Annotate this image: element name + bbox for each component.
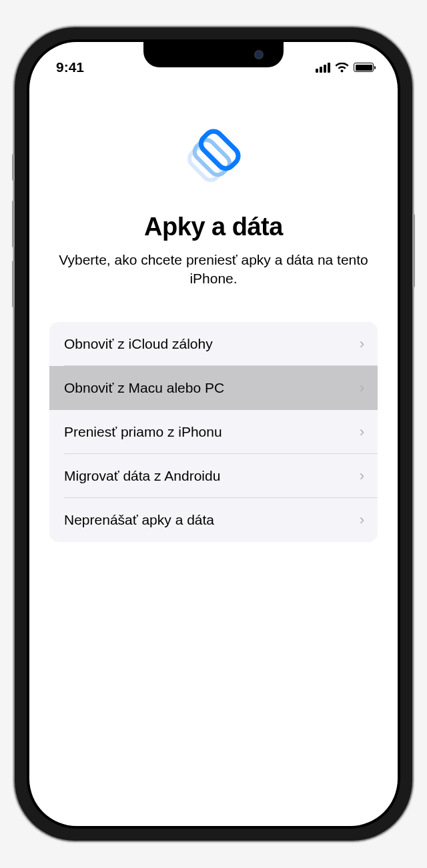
power-button <box>412 214 415 287</box>
option-restore-mac-pc[interactable]: Obnoviť z Macu alebo PC › <box>49 366 378 410</box>
status-icons <box>316 63 374 73</box>
option-label: Neprenášať apky a dáta <box>64 512 214 528</box>
page-subtitle: Vyberte, ako chcete preniesť apky a dáta… <box>49 251 378 289</box>
transfer-options-list: Obnoviť z iCloud zálohy › Obnoviť z Macu… <box>49 322 378 542</box>
option-restore-icloud[interactable]: Obnoviť z iCloud zálohy › <box>49 322 378 366</box>
battery-icon <box>354 63 374 72</box>
chevron-right-icon: › <box>360 335 364 353</box>
option-dont-transfer[interactable]: Neprenášať apky a dáta › <box>49 498 378 542</box>
status-time: 9:41 <box>56 59 84 75</box>
setup-content: Apky a dáta Vyberte, ako chcete preniesť… <box>29 79 398 542</box>
mute-switch <box>12 154 15 181</box>
apps-data-icon <box>49 119 378 193</box>
cellular-signal-icon <box>316 63 330 73</box>
page-title: Apky a dáta <box>49 213 378 241</box>
option-label: Migrovať dáta z Androidu <box>64 468 220 484</box>
volume-up-button <box>12 201 15 247</box>
option-label: Preniesť priamo z iPhonu <box>64 424 222 440</box>
front-camera <box>254 50 264 59</box>
chevron-right-icon: › <box>360 511 364 529</box>
chevron-right-icon: › <box>360 423 364 441</box>
wifi-icon <box>335 63 349 73</box>
chevron-right-icon: › <box>360 379 364 397</box>
phone-bezel: 9:41 <box>27 39 400 829</box>
display-notch <box>143 42 284 67</box>
volume-down-button <box>12 261 15 307</box>
chevron-right-icon: › <box>360 467 364 485</box>
option-label: Obnoviť z iCloud zálohy <box>64 336 213 352</box>
option-migrate-android[interactable]: Migrovať dáta z Androidu › <box>49 454 378 498</box>
option-transfer-iphone[interactable]: Preniesť priamo z iPhonu › <box>49 410 378 454</box>
phone-device-frame: 9:41 <box>15 27 412 841</box>
phone-screen: 9:41 <box>29 42 398 826</box>
option-label: Obnoviť z Macu alebo PC <box>64 380 224 396</box>
